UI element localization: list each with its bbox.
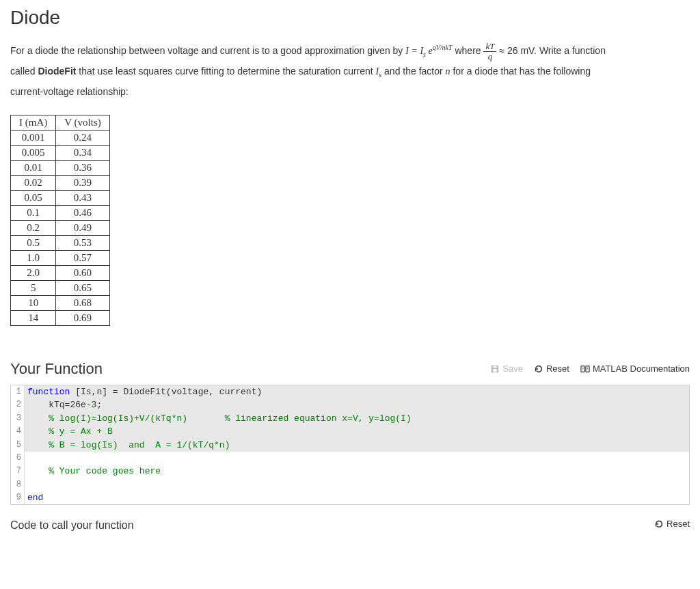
- doc-label: MATLAB Documentation: [593, 364, 690, 374]
- table-row: 1.00.57: [11, 250, 110, 265]
- line-number: 6: [11, 452, 25, 465]
- reset-icon: [654, 519, 664, 529]
- code-content[interactable]: [25, 478, 689, 491]
- call-reset-button[interactable]: Reset: [654, 519, 690, 529]
- code-content[interactable]: function [Is,n] = DiodeFit(voltage, curr…: [25, 385, 689, 399]
- cell-i: 14: [11, 310, 56, 325]
- table-row: 0.020.39: [11, 175, 110, 190]
- cell-v: 0.65: [56, 280, 109, 295]
- table-header-v: V (volts): [56, 115, 109, 130]
- save-icon: [490, 364, 500, 374]
- problem-text-2d: for a diode that has the following: [450, 66, 591, 77]
- code-line[interactable]: 3 % log(I)=log(Is)+V/(kTq*n) % linearize…: [11, 412, 689, 426]
- call-reset-label: Reset: [667, 519, 690, 529]
- table-row: 50.65: [11, 280, 110, 295]
- code-line[interactable]: 2 kTq=26e-3;: [11, 398, 689, 412]
- line-number: 7: [11, 465, 25, 478]
- reset-icon: [534, 364, 543, 374]
- cell-v: 0.36: [56, 160, 109, 175]
- cell-i: 0.001: [11, 130, 56, 145]
- code-content[interactable]: % y = Ax + B: [25, 425, 689, 439]
- problem-text-2c: and the factor: [381, 66, 445, 77]
- code-editor[interactable]: 1function [Is,n] = DiodeFit(voltage, cur…: [10, 385, 690, 506]
- code-line[interactable]: 8: [11, 478, 689, 491]
- table-row: 2.00.60: [11, 265, 110, 280]
- cell-i: 0.5: [11, 235, 56, 250]
- line-number: 4: [11, 425, 25, 439]
- page-title: Diode: [10, 7, 690, 29]
- n-symbol: n: [446, 66, 450, 77]
- table-row: 0.0050.34: [11, 145, 110, 160]
- code-line[interactable]: 5 % B = log(Is) and A = 1/(kT/q*n): [11, 439, 689, 452]
- cell-v: 0.39: [56, 175, 109, 190]
- matlab-doc-link[interactable]: MATLAB Documentation: [580, 364, 690, 374]
- table-header-i: I (mA): [11, 115, 56, 130]
- line-number: 8: [11, 478, 25, 491]
- cell-i: 0.02: [11, 175, 56, 190]
- save-label: Save: [502, 364, 523, 374]
- code-content[interactable]: [25, 452, 689, 465]
- cell-i: 0.1: [11, 205, 56, 220]
- code-line[interactable]: 9end: [11, 491, 689, 505]
- cell-i: 2.0: [11, 265, 56, 280]
- iv-data-table: I (mA) V (volts) 0.0010.240.0050.340.010…: [10, 115, 110, 326]
- table-row: 100.68: [11, 295, 110, 310]
- table-row: 0.050.43: [11, 190, 110, 205]
- code-content[interactable]: % B = log(Is) and A = 1/(kT/q*n): [25, 439, 689, 452]
- code-line[interactable]: 7 % Your code goes here: [11, 465, 689, 478]
- kt-over-q-fraction: kT q: [483, 42, 496, 62]
- reset-label: Reset: [546, 364, 569, 374]
- cell-v: 0.46: [56, 205, 109, 220]
- code-content[interactable]: % log(I)=log(Is)+V/(kTq*n) % linearized …: [25, 412, 689, 426]
- approx-text: ≈ 26 mV. Write a function: [496, 45, 605, 56]
- reset-button[interactable]: Reset: [534, 364, 569, 374]
- table-row: 0.10.46: [11, 205, 110, 220]
- cell-i: 10: [11, 295, 56, 310]
- cell-v: 0.43: [56, 190, 109, 205]
- cell-v: 0.49: [56, 220, 109, 235]
- cell-v: 0.53: [56, 235, 109, 250]
- call-function-heading: Code to call your function: [10, 519, 134, 532]
- cell-v: 0.60: [56, 265, 109, 280]
- line-number: 3: [11, 412, 25, 426]
- code-line[interactable]: 4 % y = Ax + B: [11, 425, 689, 439]
- code-line[interactable]: 6: [11, 452, 689, 465]
- doc-icon: [580, 364, 590, 374]
- cell-i: 0.2: [11, 220, 56, 235]
- problem-text-2b: that use least squares curve fitting to …: [76, 66, 375, 77]
- table-row: 0.20.49: [11, 220, 110, 235]
- line-number: 9: [11, 491, 25, 505]
- code-content[interactable]: end: [25, 491, 689, 505]
- your-function-heading: Your Function: [10, 360, 103, 378]
- line-number: 2: [11, 398, 25, 412]
- editor-toolbar: Save Reset MATLAB Documentation: [490, 364, 690, 374]
- cell-v: 0.34: [56, 145, 109, 160]
- function-name-bold: DiodeFit: [38, 66, 76, 77]
- cell-v: 0.68: [56, 295, 109, 310]
- problem-text-2a: called: [10, 66, 38, 77]
- code-content[interactable]: kTq=26e-3;: [25, 398, 689, 412]
- cell-i: 0.05: [11, 190, 56, 205]
- cell-v: 0.57: [56, 250, 109, 265]
- fraction-numerator: kT: [483, 42, 496, 52]
- cell-v: 0.69: [56, 310, 109, 325]
- line-number: 5: [11, 439, 25, 452]
- code-line[interactable]: 1function [Is,n] = DiodeFit(voltage, cur…: [11, 385, 689, 399]
- code-content[interactable]: % Your code goes here: [25, 465, 689, 478]
- table-row: 0.50.53: [11, 235, 110, 250]
- diode-formula: I = Is eqV/nkT: [405, 46, 452, 56]
- cell-i: 0.01: [11, 160, 56, 175]
- cell-v: 0.24: [56, 130, 109, 145]
- problem-text-3: current-voltage relationship:: [10, 86, 129, 97]
- fraction-denominator: q: [483, 52, 496, 61]
- is-symbol: Is: [376, 66, 382, 77]
- table-row: 0.010.36: [11, 160, 110, 175]
- save-button[interactable]: Save: [490, 364, 523, 374]
- line-number: 1: [11, 385, 25, 399]
- cell-i: 1.0: [11, 250, 56, 265]
- table-row: 0.0010.24: [11, 130, 110, 145]
- cell-i: 5: [11, 280, 56, 295]
- where-label: where: [455, 45, 481, 56]
- problem-text-1: For a diode the relationship between vol…: [10, 45, 405, 56]
- cell-i: 0.005: [11, 145, 56, 160]
